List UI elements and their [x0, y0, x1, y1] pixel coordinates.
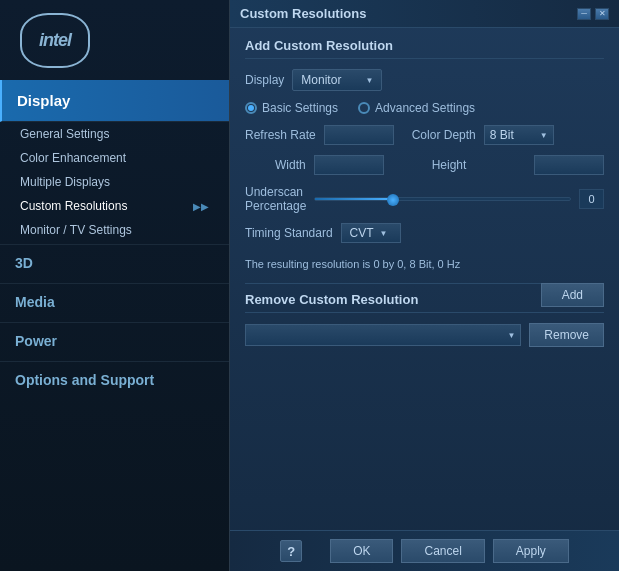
chevron-down-icon-2: ▼ [540, 131, 548, 140]
sidebar-general-label: General Settings [20, 127, 109, 141]
slider-track [314, 197, 571, 201]
panel-content: Add Custom Resolution Display Monitor ▼ … [230, 28, 619, 530]
remove-row: ▼ Remove [245, 323, 604, 347]
bottom-bar: ? OK Cancel Apply [230, 530, 619, 571]
underscan-labels: Underscan Percentage [245, 185, 306, 213]
minimize-button[interactable]: ─ [577, 8, 591, 20]
basic-settings-radio[interactable]: Basic Settings [245, 101, 338, 115]
sidebar-item-media[interactable]: Media [0, 283, 229, 320]
help-button[interactable]: ? [280, 540, 302, 562]
sidebar-item-display[interactable]: Display [0, 80, 229, 122]
add-section-title: Add Custom Resolution [245, 38, 604, 59]
chevron-right-icon: ▶▶ [193, 201, 209, 212]
slider-thumb[interactable] [387, 194, 399, 206]
basic-radio-dot [245, 102, 257, 114]
sidebar-3d-label: 3D [15, 255, 33, 271]
radio-group: Basic Settings Advanced Settings [245, 101, 604, 115]
sidebar-color-label: Color Enhancement [20, 151, 126, 165]
close-button[interactable]: ✕ [595, 8, 609, 20]
title-bar: Custom Resolutions ─ ✕ [230, 0, 619, 28]
underscan-label: Underscan [245, 185, 306, 199]
display-value: Monitor [301, 73, 341, 87]
window-controls: ─ ✕ [577, 8, 609, 20]
sidebar-item-multiple[interactable]: Multiple Displays [0, 170, 229, 194]
sidebar-item-power[interactable]: Power [0, 322, 229, 359]
logo-text: intel [39, 30, 71, 51]
sidebar-item-custom[interactable]: Custom Resolutions ▶▶ [0, 194, 229, 218]
color-depth-value: 8 Bit [490, 128, 514, 142]
timing-value: CVT [350, 226, 374, 240]
content-panel: Custom Resolutions ─ ✕ Add Custom Resolu… [230, 0, 619, 571]
display-label: Display [245, 73, 284, 87]
width-label: Width [275, 158, 306, 172]
chevron-down-icon-4: ▼ [507, 331, 515, 340]
result-text: The resulting resolution is 0 by 0, 8 Bi… [245, 253, 604, 275]
color-depth-label: Color Depth [412, 128, 476, 142]
sidebar-custom-label: Custom Resolutions [20, 199, 127, 213]
width-height-row: Width Height [245, 155, 604, 175]
logo-circle: intel [20, 13, 90, 68]
height-label: Height [432, 158, 467, 172]
advanced-settings-radio[interactable]: Advanced Settings [358, 101, 475, 115]
sidebar-item-options[interactable]: Options and Support [0, 361, 229, 398]
basic-settings-label: Basic Settings [262, 101, 338, 115]
advanced-settings-label: Advanced Settings [375, 101, 475, 115]
underscan-slider[interactable] [314, 189, 571, 209]
sidebar-item-color[interactable]: Color Enhancement [0, 146, 229, 170]
height-input[interactable] [534, 155, 604, 175]
advanced-radio-dot [358, 102, 370, 114]
chevron-down-icon: ▼ [365, 76, 373, 85]
sidebar-item-general[interactable]: General Settings [0, 122, 229, 146]
timing-dropdown[interactable]: CVT ▼ [341, 223, 401, 243]
add-button[interactable]: Add [541, 283, 604, 307]
apply-button[interactable]: Apply [493, 539, 569, 563]
sidebar: intel Display General Settings Color Enh… [0, 0, 230, 571]
color-depth-dropdown[interactable]: 8 Bit ▼ [484, 125, 554, 145]
ok-button[interactable]: OK [330, 539, 393, 563]
cancel-button[interactable]: Cancel [401, 539, 484, 563]
chevron-down-icon-3: ▼ [380, 229, 388, 238]
width-input[interactable] [314, 155, 384, 175]
refresh-rate-input[interactable] [324, 125, 394, 145]
display-dropdown[interactable]: Monitor ▼ [292, 69, 382, 91]
refresh-color-row: Refresh Rate Color Depth 8 Bit ▼ [245, 125, 604, 145]
sidebar-monitor-label: Monitor / TV Settings [20, 223, 132, 237]
timing-row: Timing Standard CVT ▼ [245, 223, 604, 243]
sidebar-item-3d[interactable]: 3D [0, 244, 229, 281]
underscan-row: Underscan Percentage 0 [245, 185, 604, 213]
sidebar-media-label: Media [15, 294, 55, 310]
intel-logo: intel [15, 10, 95, 70]
refresh-rate-label: Refresh Rate [245, 128, 316, 142]
display-row: Display Monitor ▼ [245, 69, 604, 91]
underscan-value: 0 [579, 189, 604, 209]
timing-label: Timing Standard [245, 226, 333, 240]
sidebar-item-monitor[interactable]: Monitor / TV Settings [0, 218, 229, 242]
sidebar-power-label: Power [15, 333, 57, 349]
slider-fill [315, 198, 391, 200]
percentage-label: Percentage [245, 199, 306, 213]
sidebar-display-label: Display [17, 92, 70, 109]
remove-button[interactable]: Remove [529, 323, 604, 347]
remove-dropdown[interactable]: ▼ [245, 324, 521, 346]
sidebar-options-label: Options and Support [15, 372, 154, 388]
sidebar-multiple-label: Multiple Displays [20, 175, 110, 189]
window-title: Custom Resolutions [240, 6, 366, 21]
